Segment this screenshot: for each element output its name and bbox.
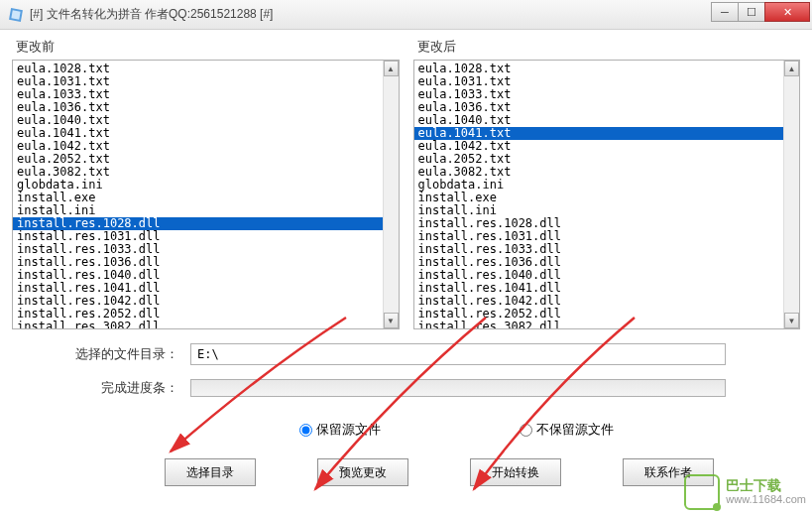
radio-keep-input[interactable] <box>299 424 312 437</box>
radio-keep-label: 保留源文件 <box>316 421 381 439</box>
radio-nokeep-input[interactable] <box>520 424 532 437</box>
window-title: [#] 文件名转化为拼音 作者QQ:2561521288 [#] <box>30 6 810 23</box>
after-listbox[interactable]: eula.1028.txteula.1031.txteula.1033.txte… <box>413 60 801 329</box>
radio-nokeep[interactable]: 不保留源文件 <box>520 421 614 439</box>
radio-keep[interactable]: 保留源文件 <box>299 421 381 439</box>
scrollbar[interactable]: ▲ ▼ <box>783 61 799 328</box>
watermark-logo-icon <box>684 474 720 510</box>
after-column: 更改后 eula.1028.txteula.1031.txteula.1033.… <box>413 36 801 329</box>
progress-row: 完成进度条： <box>12 379 800 397</box>
watermark-name: 巴士下载 <box>726 478 806 492</box>
window-controls: ─ ☐ ✕ <box>712 2 810 22</box>
titlebar: [#] 文件名转化为拼音 作者QQ:2561521288 [#] ─ ☐ ✕ <box>0 0 812 30</box>
watermark: 巴士下载 www.11684.com <box>684 474 806 510</box>
after-label: 更改后 <box>417 38 801 56</box>
minimize-button[interactable]: ─ <box>711 2 739 22</box>
dir-row: 选择的文件目录： <box>12 343 800 365</box>
preview-button[interactable]: 预览更改 <box>317 458 408 486</box>
dir-input[interactable] <box>190 343 726 365</box>
progress-label: 完成进度条： <box>12 379 190 397</box>
start-button[interactable]: 开始转换 <box>470 458 561 486</box>
app-icon <box>8 7 24 23</box>
svg-rect-1 <box>11 10 20 19</box>
scrollbar[interactable]: ▲ ▼ <box>383 61 399 328</box>
choose-dir-button[interactable]: 选择目录 <box>165 458 256 486</box>
scroll-down-icon[interactable]: ▼ <box>784 313 799 328</box>
scroll-up-icon[interactable]: ▲ <box>784 61 799 76</box>
before-label: 更改前 <box>16 38 400 56</box>
list-item[interactable]: install.res.3082.dll <box>414 321 784 328</box>
list-item[interactable]: install.res.3082.dll <box>13 321 383 328</box>
maximize-button[interactable]: ☐ <box>738 2 765 22</box>
watermark-url: www.11684.com <box>726 492 806 506</box>
radio-nokeep-label: 不保留源文件 <box>536 421 614 439</box>
close-button[interactable]: ✕ <box>764 2 810 22</box>
scroll-up-icon[interactable]: ▲ <box>384 61 399 76</box>
radio-group: 保留源文件 不保留源文件 <box>299 421 800 439</box>
before-listbox[interactable]: eula.1028.txteula.1031.txteula.1033.txte… <box>12 60 400 329</box>
dir-label: 选择的文件目录： <box>12 345 190 363</box>
scroll-down-icon[interactable]: ▼ <box>384 313 399 328</box>
progress-bar <box>190 379 726 397</box>
before-column: 更改前 eula.1028.txteula.1031.txteula.1033.… <box>12 36 400 329</box>
content-area: 更改前 eula.1028.txteula.1031.txteula.1033.… <box>0 30 812 492</box>
